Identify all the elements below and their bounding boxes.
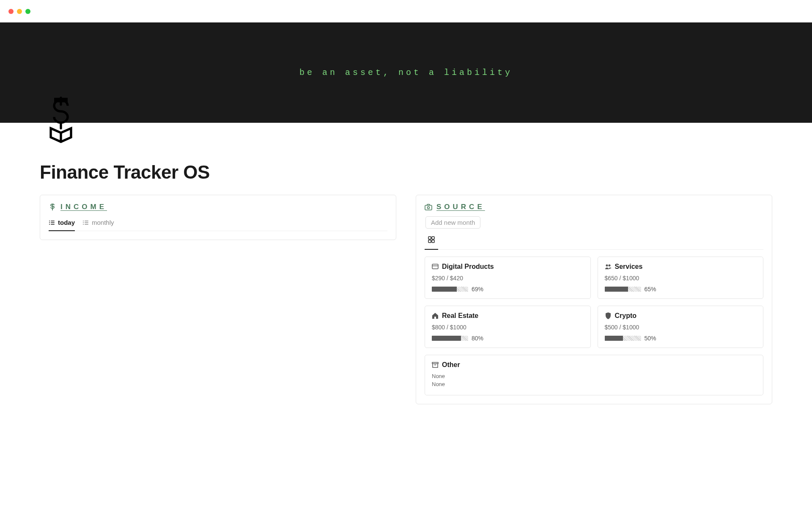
source-card[interactable]: Services$650 / $100065% [598, 257, 764, 299]
window-chrome [0, 0, 812, 22]
source-none-value: None [432, 373, 756, 379]
progress-percent: 50% [645, 335, 656, 342]
hero-tagline: be an asset, not a liability [299, 68, 513, 77]
home-icon [432, 312, 439, 319]
page-icon[interactable] [40, 92, 82, 147]
svg-rect-2 [51, 221, 55, 221]
tab-label: today [58, 219, 75, 226]
svg-rect-13 [425, 205, 432, 210]
page-title: Finance Tracker OS [40, 162, 772, 183]
svg-rect-0 [54, 98, 68, 102]
svg-rect-6 [51, 224, 55, 225]
svg-rect-16 [432, 237, 434, 239]
source-amount: $500 / $1000 [605, 324, 757, 331]
list-icon [82, 219, 89, 226]
svg-point-14 [428, 207, 430, 209]
svg-point-22 [608, 265, 610, 267]
tab-label: monthly [92, 219, 114, 226]
source-amount: $800 / $1000 [432, 324, 584, 331]
dollar-box-icon [42, 94, 80, 145]
progress-bar [432, 287, 468, 292]
gallery-icon [428, 236, 435, 243]
source-name: Real Estate [442, 312, 478, 320]
dollar-icon [49, 203, 56, 211]
svg-rect-8 [85, 221, 88, 221]
income-tabs: today monthly [49, 216, 387, 231]
source-name: Other [442, 361, 460, 369]
svg-rect-4 [51, 222, 55, 223]
progress-percent: 80% [472, 335, 483, 342]
svg-point-5 [49, 224, 50, 225]
source-amount: $650 / $1000 [605, 275, 757, 282]
income-title[interactable]: INCOME [60, 203, 107, 211]
svg-rect-10 [85, 222, 88, 223]
progress-row: 65% [605, 286, 757, 293]
svg-point-1 [49, 221, 50, 221]
source-card[interactable]: Real Estate$800 / $100080% [425, 306, 591, 348]
source-card[interactable]: Crypto$500 / $100050% [598, 306, 764, 348]
svg-rect-19 [432, 264, 438, 269]
svg-rect-17 [428, 240, 431, 243]
source-name: Services [615, 263, 643, 271]
income-panel: INCOME today monthly [40, 195, 396, 240]
svg-point-3 [49, 222, 50, 223]
gallery-view-tab[interactable] [425, 234, 438, 250]
camera-icon [425, 203, 432, 211]
archive-icon [432, 362, 439, 368]
tab-monthly[interactable]: monthly [82, 216, 114, 231]
window-close-button[interactable] [8, 9, 14, 14]
shield-icon [605, 312, 612, 319]
svg-point-9 [83, 222, 84, 223]
add-new-month-button[interactable]: Add new month [425, 216, 480, 229]
hero-banner: be an asset, not a liability [0, 22, 812, 123]
progress-row: 50% [605, 335, 757, 342]
credit-card-icon [432, 263, 439, 270]
svg-point-11 [83, 224, 84, 225]
progress-row: 69% [432, 286, 584, 293]
source-none-value: None [432, 381, 756, 387]
svg-point-7 [83, 221, 84, 221]
source-card[interactable]: Digital Products$290 / $42069% [425, 257, 591, 299]
source-name: Digital Products [442, 263, 494, 271]
svg-rect-18 [432, 240, 434, 243]
progress-bar [605, 287, 641, 292]
tab-today[interactable]: today [49, 216, 75, 231]
progress-bar [605, 336, 641, 341]
svg-point-21 [606, 265, 608, 267]
svg-rect-15 [428, 237, 431, 239]
source-title[interactable]: SOURCE [436, 203, 485, 211]
progress-percent: 69% [472, 286, 483, 293]
source-card[interactable]: OtherNoneNone [425, 355, 763, 395]
window-minimize-button[interactable] [17, 9, 22, 14]
list-icon [49, 219, 55, 226]
svg-rect-23 [432, 362, 438, 364]
source-amount: $290 / $420 [432, 275, 584, 282]
progress-bar [432, 336, 468, 341]
progress-row: 80% [432, 335, 584, 342]
source-view-tabs [425, 234, 763, 250]
progress-percent: 65% [645, 286, 656, 293]
svg-rect-12 [85, 224, 88, 225]
source-panel: SOURCE Add new month Digital Products$29… [416, 195, 772, 404]
people-icon [605, 263, 612, 270]
window-maximize-button[interactable] [25, 9, 30, 14]
source-name: Crypto [615, 312, 637, 320]
